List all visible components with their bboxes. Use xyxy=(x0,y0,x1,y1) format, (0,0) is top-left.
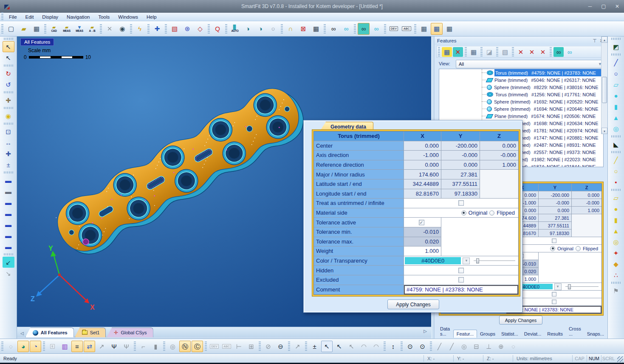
toolbar-grip[interactable] xyxy=(43,342,45,351)
feature-tree-item[interactable]: Torus (trimmed)#1256: NONE | #17761: NON… xyxy=(439,91,603,98)
geometry-data-tab[interactable]: Geometry data xyxy=(320,122,373,131)
checkbox[interactable] xyxy=(458,277,464,283)
view-tab-set1[interactable]: Set1 xyxy=(75,328,106,337)
toolbar-grip[interactable] xyxy=(430,342,432,351)
construct-plane-icon[interactable]: ▱ xyxy=(610,192,622,203)
geo-value-cell[interactable]: 174.600 xyxy=(404,170,441,179)
construct-points-icon[interactable]: ∴ xyxy=(610,269,622,280)
checkbox[interactable] xyxy=(552,292,556,297)
annotate-flag-icon[interactable]: ⚑ xyxy=(610,285,622,296)
probe-surface-icon[interactable]: ◩ xyxy=(610,41,622,52)
view-previous-icon[interactable]: ↙ xyxy=(3,257,14,268)
rotate-cw-icon[interactable]: ⊙ xyxy=(404,341,416,352)
menu-windows[interactable]: Windows xyxy=(114,14,142,20)
ring-annotation-icon[interactable]: ◎ xyxy=(167,341,178,352)
toolbar-grip[interactable] xyxy=(611,151,621,153)
view-back-icon[interactable]: ▬ xyxy=(3,230,14,241)
open-file-icon[interactable]: ▰ xyxy=(18,23,30,35)
dev-flag-icon[interactable]: DEV xyxy=(209,341,220,352)
geo-value-cell[interactable]: 377.55111 xyxy=(539,222,572,230)
relation-perpendicular-icon[interactable]: ⊥ xyxy=(483,341,494,352)
feature-properties-icon[interactable]: ▦ xyxy=(442,47,452,57)
menu-display[interactable]: Display xyxy=(38,14,62,20)
toolbar-grip[interactable] xyxy=(225,24,227,34)
distance-annotation-icon[interactable]: ⊢ xyxy=(233,341,245,352)
zero-circle-icon[interactable]: ⊘ xyxy=(263,341,274,352)
panel-tab-5[interactable]: Results xyxy=(544,330,566,338)
menu-navigation[interactable]: Navigation xyxy=(62,14,94,20)
arrow-single-icon[interactable]: ↖ xyxy=(333,341,345,352)
construct-line-icon[interactable]: ╱ xyxy=(610,154,622,165)
tab-scroll-right[interactable]: ▷ xyxy=(424,329,427,333)
select-icon[interactable]: ↖ xyxy=(3,41,14,52)
close-button[interactable]: ✕ xyxy=(614,3,621,9)
geo-value-cell[interactable]: 82.81670 xyxy=(404,189,441,199)
toggle-solid-surface-icon[interactable]: ◕ xyxy=(17,341,29,352)
construct-torus-icon[interactable]: ◎ xyxy=(610,236,622,247)
toolbar-grip[interactable] xyxy=(4,107,13,109)
geo-value-cell[interactable]: -0.000 xyxy=(539,199,572,207)
geo-value-cell[interactable]: 0.000 xyxy=(572,191,601,199)
panel-tab-1[interactable]: Featur... xyxy=(453,330,477,338)
relation-tangent-icon[interactable]: ⊕ xyxy=(495,341,507,352)
tab-scroll-left[interactable]: ◁ xyxy=(20,331,24,336)
abc-label-icon[interactable]: ABC xyxy=(401,23,412,35)
geo-value-cell[interactable]: 342.44889 xyxy=(404,179,441,189)
feature-tree-item[interactable]: Sphere (trimmed)#1694: NONE | #20646: NO… xyxy=(439,105,603,112)
toggle-pin-icon[interactable]: ↗ xyxy=(96,341,107,352)
toolbar-grip[interactable] xyxy=(130,24,132,34)
abc-flag-icon[interactable]: ABC xyxy=(221,341,232,352)
toolbar-grip[interactable] xyxy=(4,123,13,125)
length-arrow-icon[interactable]: ↕ xyxy=(387,341,399,352)
toolbar-grip[interactable] xyxy=(550,47,552,56)
geo-value-cell[interactable]: -200.000 xyxy=(441,141,480,151)
transparency-slider[interactable] xyxy=(565,284,599,290)
feature-report-icon[interactable]: ▦ xyxy=(469,47,479,57)
toolbar-grip[interactable] xyxy=(165,24,167,34)
toolbar-grip[interactable] xyxy=(147,24,150,34)
toolbar-grip[interactable] xyxy=(611,282,621,284)
toolbar-grip[interactable] xyxy=(611,38,621,40)
glasses-measured-icon[interactable]: ∞ xyxy=(358,23,370,35)
pan-icon[interactable]: ✚ xyxy=(3,95,14,106)
ellipse-squared-icon[interactable]: ○ xyxy=(267,23,279,35)
toolbar-grip[interactable] xyxy=(1,342,3,351)
toolbar-grip[interactable] xyxy=(611,189,621,191)
geo-value-cell[interactable]: 0.000 xyxy=(404,141,441,151)
radio-flipped[interactable] xyxy=(576,246,581,251)
construct-sphere-icon[interactable]: ● xyxy=(610,203,622,214)
toggle-whiskers-off-icon[interactable]: Ψ xyxy=(121,341,132,352)
measure-torus-icon[interactable]: ◎ xyxy=(610,123,622,134)
panel-tab-7[interactable]: Snaps... xyxy=(584,330,607,338)
feature-tree-item[interactable]: Plane (trimmed)#1674: NONE | #20506: NON… xyxy=(439,112,603,120)
resize-grip[interactable] xyxy=(617,356,623,362)
fit-gear-icon[interactable]: ⊛ xyxy=(181,23,193,35)
toolbar-grip[interactable] xyxy=(401,342,403,351)
fan-a-icon[interactable]: ◠ xyxy=(358,341,370,352)
view-left-icon[interactable]: ▬ xyxy=(3,197,14,208)
dev-label-icon[interactable]: DEV xyxy=(388,23,400,35)
toolbar-grip[interactable] xyxy=(100,24,102,34)
table-lock-icon[interactable]: ▦ xyxy=(443,23,455,35)
construct-circle-icon[interactable]: ○ xyxy=(610,165,622,176)
delete-points-icon[interactable]: ⊠ xyxy=(297,23,309,35)
geo-value-cell[interactable]: 377.55111 xyxy=(441,179,480,189)
delete-selection-icon[interactable]: ✕ xyxy=(104,23,116,35)
remove-datum-icon[interactable]: ✕ xyxy=(516,47,526,57)
geo-value-cell[interactable]: 0.000 xyxy=(441,160,480,170)
auto-segment-icon[interactable]: ▊AUTO xyxy=(229,23,241,35)
scroll-up-icon[interactable]: ▲ xyxy=(601,36,607,43)
segment-left-icon[interactable]: ◑ xyxy=(242,23,254,35)
geo-value-cell[interactable]: 0.000 xyxy=(404,160,441,170)
toolbar-grip[interactable] xyxy=(4,64,13,67)
feature-tree-item[interactable]: Torus (trimmed)#4759: NONE | #23783: NON… xyxy=(439,69,603,76)
toolbar-grip[interactable] xyxy=(281,24,283,34)
save-report-icon[interactable]: ◉ xyxy=(116,23,128,35)
toolbar-grip[interactable] xyxy=(512,47,514,56)
relation-line-point-icon[interactable]: ╱ xyxy=(434,341,445,352)
view-filter-select[interactable]: All ▼ xyxy=(456,60,604,68)
toggle-extremes-icon[interactable]: E xyxy=(47,341,58,352)
transform-move-icon[interactable]: ✚ xyxy=(151,23,163,35)
geo-value-cell[interactable]: -200.000 xyxy=(539,191,572,199)
calculator-icon[interactable]: ▦ xyxy=(310,23,322,35)
